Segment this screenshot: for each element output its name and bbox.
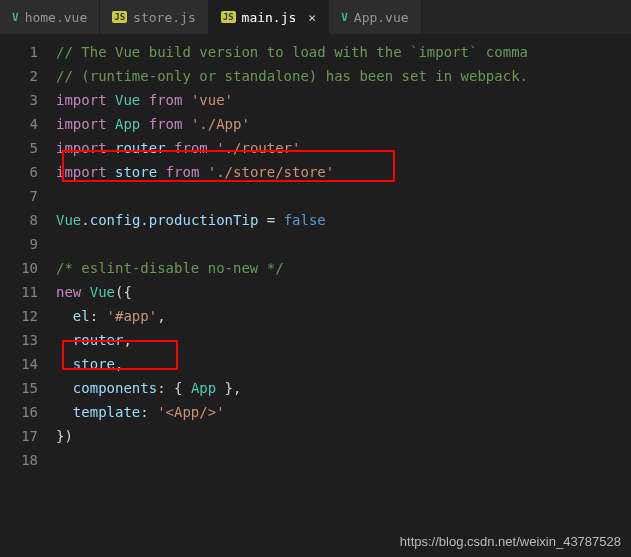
token-string: './store/store' (208, 164, 334, 180)
line-number: 17 (0, 424, 38, 448)
token-punct (140, 116, 148, 132)
token-punct (56, 356, 73, 372)
code-editor[interactable]: 123456789101112131415161718 // The Vue b… (0, 34, 631, 557)
line-number: 1 (0, 40, 38, 64)
js-icon: JS (112, 11, 127, 23)
token-punct: : { (157, 380, 191, 396)
code-line[interactable]: // (runtime-only or standalone) has been… (56, 64, 631, 88)
code-line[interactable]: template: '<App/>' (56, 400, 631, 424)
token-class: App (191, 380, 216, 396)
code-line[interactable]: import store from './store/store' (56, 160, 631, 184)
token-comment: // (runtime-only or standalone) has been… (56, 68, 528, 84)
token-punct: }, (216, 380, 241, 396)
code-line[interactable]: new Vue({ (56, 280, 631, 304)
token-prop: el (73, 308, 90, 324)
line-number: 6 (0, 160, 38, 184)
token-keyword: from (149, 92, 183, 108)
token-class: Vue (115, 92, 140, 108)
tab-bar: Vhome.vueJSstore.jsJSmain.js×VApp.vue (0, 0, 631, 34)
code-line[interactable] (56, 184, 631, 208)
token-punct: , (157, 308, 165, 324)
line-gutter: 123456789101112131415161718 (0, 34, 56, 557)
line-number: 8 (0, 208, 38, 232)
code-line[interactable]: /* eslint-disable no-new */ (56, 256, 631, 280)
code-line[interactable]: router, (56, 328, 631, 352)
code-area[interactable]: // The Vue build version to load with th… (56, 34, 631, 557)
code-line[interactable] (56, 232, 631, 256)
tab-main-js[interactable]: JSmain.js× (209, 0, 329, 34)
token-punct: . (81, 212, 89, 228)
tab-label: store.js (133, 10, 196, 25)
token-punct (107, 116, 115, 132)
line-number: 10 (0, 256, 38, 280)
token-punct (166, 140, 174, 156)
watermark: https://blog.csdn.net/weixin_43787528 (400, 534, 621, 549)
token-keyword: import (56, 164, 107, 180)
token-ident: router (115, 140, 166, 156)
token-punct (107, 164, 115, 180)
token-string: './App' (191, 116, 250, 132)
token-class: App (115, 116, 140, 132)
code-line[interactable]: }) (56, 424, 631, 448)
token-punct (56, 308, 73, 324)
token-punct (107, 92, 115, 108)
token-prop: template (73, 404, 140, 420)
token-punct: = (258, 212, 283, 228)
code-line[interactable]: el: '#app', (56, 304, 631, 328)
vue-icon: V (12, 11, 19, 24)
token-keyword: import (56, 140, 107, 156)
token-string: '#app' (107, 308, 158, 324)
token-punct: , (115, 356, 123, 372)
token-punct (56, 380, 73, 396)
line-number: 11 (0, 280, 38, 304)
token-ident: productionTip (149, 212, 259, 228)
token-punct: }) (56, 428, 73, 444)
token-punct (208, 140, 216, 156)
token-prop: components (73, 380, 157, 396)
token-class: Vue (56, 212, 81, 228)
token-keyword: from (174, 140, 208, 156)
tab-store-js[interactable]: JSstore.js (100, 0, 208, 34)
tab-label: main.js (242, 10, 297, 25)
tab-App-vue[interactable]: VApp.vue (329, 0, 421, 34)
code-line[interactable]: Vue.config.productionTip = false (56, 208, 631, 232)
token-keyword: import (56, 92, 107, 108)
token-punct (81, 284, 89, 300)
token-keyword: from (149, 116, 183, 132)
line-number: 16 (0, 400, 38, 424)
token-comment: // The Vue build version to load with th… (56, 44, 528, 60)
line-number: 18 (0, 448, 38, 472)
close-icon[interactable]: × (308, 10, 316, 25)
line-number: 2 (0, 64, 38, 88)
line-number: 9 (0, 232, 38, 256)
token-punct (56, 332, 73, 348)
token-keyword: import (56, 116, 107, 132)
token-ident: store (115, 164, 157, 180)
line-number: 5 (0, 136, 38, 160)
token-comment: /* eslint-disable no-new */ (56, 260, 284, 276)
token-punct (140, 92, 148, 108)
token-punct (157, 164, 165, 180)
token-punct (182, 116, 190, 132)
token-string: './router' (216, 140, 300, 156)
line-number: 12 (0, 304, 38, 328)
code-line[interactable]: import router from './router' (56, 136, 631, 160)
token-ident: store (73, 356, 115, 372)
token-const: false (284, 212, 326, 228)
code-line[interactable]: import Vue from 'vue' (56, 88, 631, 112)
code-line[interactable]: components: { App }, (56, 376, 631, 400)
tab-home-vue[interactable]: Vhome.vue (0, 0, 100, 34)
code-line[interactable]: store, (56, 352, 631, 376)
token-string: 'vue' (191, 92, 233, 108)
token-punct: : (140, 404, 157, 420)
token-punct: ({ (115, 284, 132, 300)
code-line[interactable]: // The Vue build version to load with th… (56, 40, 631, 64)
code-line[interactable]: import App from './App' (56, 112, 631, 136)
js-icon: JS (221, 11, 236, 23)
token-punct (56, 404, 73, 420)
token-keyword: new (56, 284, 81, 300)
code-line[interactable] (56, 448, 631, 472)
token-ident: config (90, 212, 141, 228)
line-number: 15 (0, 376, 38, 400)
token-punct (107, 140, 115, 156)
